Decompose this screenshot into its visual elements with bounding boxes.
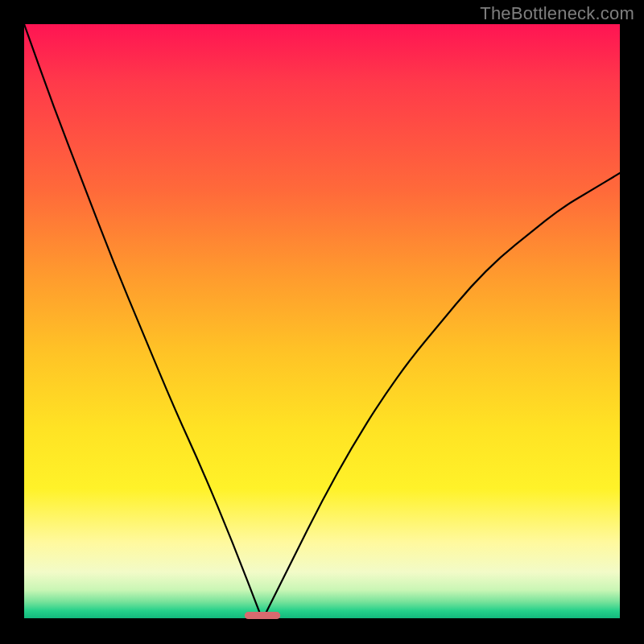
plot-area: [24, 24, 620, 620]
attribution-text: TheBottleneck.com: [480, 3, 634, 24]
chart-svg: [24, 24, 620, 620]
optimal-point-marker: [245, 612, 280, 619]
bottleneck-curve: [24, 24, 620, 620]
outer-frame: TheBottleneck.com: [0, 0, 644, 644]
